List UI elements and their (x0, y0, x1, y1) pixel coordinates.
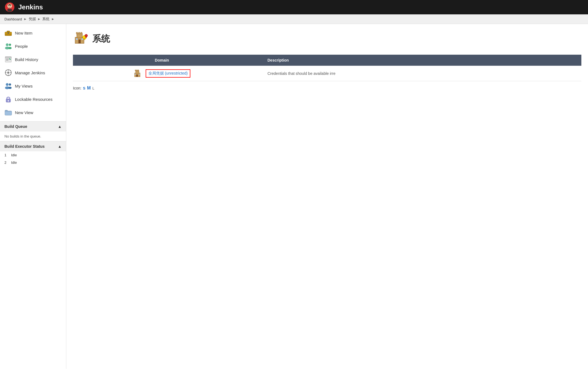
svg-rect-18 (6, 59, 9, 59)
my-views-icon (4, 82, 12, 90)
credentials-table: Domain Description (73, 55, 581, 81)
build-history-icon (4, 56, 12, 63)
breadcrumb-sep-3: ► (51, 17, 54, 21)
breadcrumb-sep-2: ► (38, 17, 41, 21)
svg-rect-27 (10, 72, 12, 73)
sidebar-item-build-history[interactable]: Build History (0, 53, 66, 66)
executor-num-1: 1 (4, 153, 9, 157)
jenkins-logo-icon (4, 2, 15, 12)
build-executor-section: Build Executor Status ▲ 1 Idle 2 Idle (0, 141, 66, 166)
build-queue-collapse-icon[interactable]: ▲ (58, 124, 62, 129)
sidebar-item-new-view[interactable]: New View (0, 106, 66, 119)
svg-rect-60 (136, 75, 138, 77)
domain-cell: 全局凭据 (unrestricted) (73, 66, 251, 81)
domain-link[interactable]: 全局凭据 (unrestricted) (146, 69, 190, 78)
svg-rect-52 (86, 36, 87, 38)
svg-rect-19 (6, 60, 8, 60)
icon-size-row: Icon: S M L (73, 86, 581, 91)
sidebar-item-people[interactable]: People (0, 39, 66, 53)
table-body: 全局凭据 (unrestricted) Credentials that sho… (73, 66, 581, 81)
svg-rect-11 (8, 32, 9, 34)
svg-rect-62 (139, 74, 140, 75)
app-header: Jenkins (0, 0, 588, 14)
svg-point-5 (7, 9, 12, 12)
svg-rect-41 (76, 32, 78, 34)
new-item-label: New Item (15, 31, 32, 35)
table-row: 全局凭据 (unrestricted) Credentials that sho… (73, 66, 581, 81)
table-header-row: Domain Description (73, 55, 581, 66)
people-icon (4, 42, 12, 50)
svg-point-23 (7, 72, 9, 74)
svg-point-35 (8, 87, 12, 89)
svg-rect-59 (138, 70, 139, 71)
svg-point-34 (9, 83, 11, 86)
svg-rect-50 (83, 39, 84, 40)
build-queue-title: Build Queue (4, 124, 27, 129)
icon-size-label: Icon: (73, 86, 81, 90)
page-header-icon (73, 30, 88, 48)
build-history-label: Build History (15, 57, 38, 62)
executor-status-1: Idle (11, 153, 17, 157)
build-queue-content: No builds in the queue. (0, 131, 66, 141)
svg-rect-46 (82, 38, 83, 40)
svg-rect-54 (85, 37, 86, 38)
description-text: Credentials that should be available irr… (267, 71, 335, 76)
content-area: 系统 Domain Description (66, 24, 588, 369)
page-header: 系统 (73, 30, 581, 48)
icon-size-m[interactable]: M (87, 86, 91, 91)
build-executor-header[interactable]: Build Executor Status ▲ (0, 141, 66, 151)
manage-jenkins-icon (4, 69, 12, 77)
svg-point-3 (9, 6, 9, 6)
build-queue-empty: No builds in the queue. (4, 134, 41, 138)
svg-rect-61 (135, 74, 136, 75)
svg-rect-42 (78, 32, 80, 34)
new-view-label: New View (15, 110, 33, 115)
sidebar: New Item People (0, 24, 66, 369)
sidebar-item-manage-jenkins[interactable]: Manage Jenkins (0, 66, 66, 79)
svg-rect-17 (5, 57, 11, 58)
manage-jenkins-label: Manage Jenkins (15, 70, 45, 75)
svg-point-12 (6, 43, 9, 46)
breadcrumb-credentials[interactable]: 凭据 (29, 17, 36, 22)
build-queue-header[interactable]: Build Queue ▲ (0, 122, 66, 131)
svg-rect-9 (7, 31, 10, 32)
sidebar-item-new-item[interactable]: New Item (0, 26, 66, 39)
icon-size-s[interactable]: S (83, 86, 85, 90)
svg-rect-25 (8, 75, 9, 76)
col-domain: Domain (73, 55, 251, 66)
executor-item-1: 1 Idle (0, 151, 66, 159)
sidebar-nav: New Item People (0, 24, 66, 121)
svg-point-4 (10, 6, 11, 6)
build-executor-title: Build Executor Status (4, 144, 44, 149)
build-queue-section: Build Queue ▲ No builds in the queue. (0, 121, 66, 141)
svg-rect-38 (8, 101, 9, 102)
breadcrumb-system[interactable]: 系统 (42, 17, 49, 22)
svg-rect-24 (8, 69, 9, 71)
svg-rect-26 (5, 72, 6, 73)
domain-castle-icon (133, 68, 142, 78)
svg-rect-49 (83, 38, 84, 39)
new-item-icon (4, 29, 12, 37)
build-executor-items: 1 Idle 2 Idle (0, 151, 66, 166)
breadcrumb-dashboard[interactable]: Dashboard (4, 17, 22, 21)
executor-num-2: 2 (4, 160, 9, 165)
svg-rect-53 (85, 37, 86, 37)
breadcrumb-sep-1: ► (24, 17, 27, 21)
build-executor-collapse-icon[interactable]: ▲ (58, 144, 62, 149)
sidebar-item-lockable-resources[interactable]: Lockable Resources (0, 93, 66, 106)
new-view-icon (4, 109, 12, 116)
svg-point-32 (6, 83, 9, 86)
breadcrumb: Dashboard ► 凭据 ► 系统 ► (0, 14, 588, 24)
svg-rect-45 (76, 38, 78, 40)
lockable-resources-icon (4, 95, 12, 103)
svg-rect-43 (81, 32, 82, 34)
svg-rect-57 (135, 70, 136, 71)
page-title: 系统 (92, 33, 110, 45)
table-header: Domain Description (73, 55, 581, 66)
executor-status-2: Idle (11, 160, 17, 165)
description-cell: Credentials that should be available irr… (251, 66, 581, 81)
svg-rect-44 (78, 39, 81, 43)
sidebar-item-my-views[interactable]: My Views (0, 79, 66, 93)
people-label: People (15, 44, 28, 49)
svg-point-15 (8, 47, 12, 49)
